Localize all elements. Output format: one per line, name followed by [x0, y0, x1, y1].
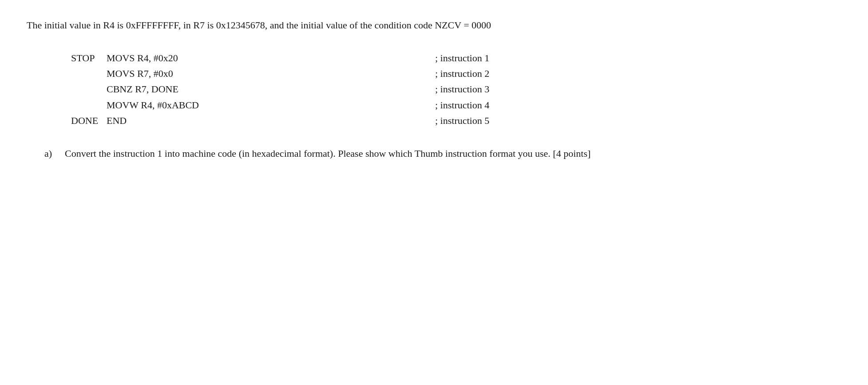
code-instruction-1: MOVS R4, #0x20	[107, 50, 178, 66]
code-instruction-3: CBNZ R7, DONE	[107, 81, 178, 97]
code-instruction-2: MOVS R7, #0x0	[107, 66, 173, 81]
code-block: STOPMOVS R4, #0x20MOVS R7, #0x0CBNZ R7, …	[71, 50, 284, 128]
comment-line-4: ; instruction 4	[435, 97, 489, 113]
code-instruction-5: END	[107, 113, 127, 128]
comment-line-5: ; instruction 5	[435, 113, 489, 128]
code-line-5: DONEEND	[71, 113, 284, 128]
code-label-1: STOP	[71, 50, 107, 66]
code-line-3: CBNZ R7, DONE	[71, 81, 284, 97]
question-section: a) Convert the instruction 1 into machin…	[27, 146, 737, 161]
code-line-2: MOVS R7, #0x0	[71, 66, 284, 81]
code-line-1: STOPMOVS R4, #0x20	[71, 50, 284, 66]
comment-line-1: ; instruction 1	[435, 50, 489, 66]
code-line-4: MOVW R4, #0xABCD	[71, 97, 284, 113]
intro-paragraph: The initial value in R4 is 0xFFFFFFFF, i…	[27, 18, 648, 32]
question-text-a: Convert the instruction 1 into machine c…	[65, 146, 737, 161]
question-label-a: a)	[44, 146, 58, 161]
intro-text: The initial value in R4 is 0xFFFFFFFF, i…	[27, 20, 491, 31]
comment-line-2: ; instruction 2	[435, 66, 489, 81]
question-item-a: a) Convert the instruction 1 into machin…	[44, 146, 737, 161]
code-label-5: DONE	[71, 113, 107, 128]
code-section: STOPMOVS R4, #0x20MOVS R7, #0x0CBNZ R7, …	[27, 50, 841, 128]
code-instruction-4: MOVW R4, #0xABCD	[107, 97, 199, 113]
comment-line-3: ; instruction 3	[435, 81, 489, 97]
comments-block: ; instruction 1; instruction 2; instruct…	[284, 50, 489, 128]
